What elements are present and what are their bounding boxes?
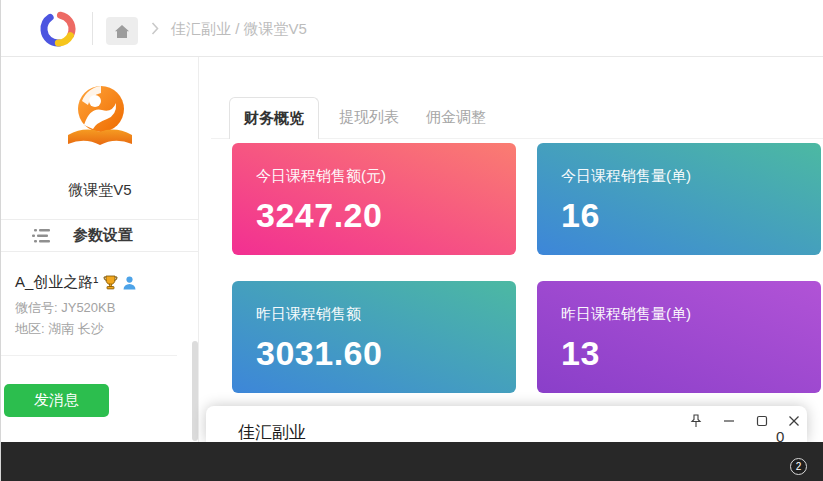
tab-finance-overview[interactable]: 财务概览 <box>229 97 319 139</box>
close-icon <box>788 415 800 427</box>
tab-withdraw-list[interactable]: 提现列表 <box>334 97 404 138</box>
notification-count-badge[interactable]: 2 <box>790 458 807 475</box>
pin-icon <box>689 414 703 428</box>
sidebar: 微课堂V5 参数设置 A_创业之路¹ <box>1 57 199 442</box>
close-button[interactable] <box>784 411 804 431</box>
home-icon <box>114 24 130 39</box>
tab-commission-adjust[interactable]: 佣金调整 <box>421 97 491 138</box>
sidebar-item-settings[interactable]: 参数设置 <box>1 219 199 252</box>
stat-card-value: 3031.60 <box>256 334 516 373</box>
stat-card-value: 13 <box>561 334 821 373</box>
overlay-window-title: 佳汇副业 <box>238 421 306 444</box>
stat-card-yesterday-orders: 昨日课程销售量(单) 13 <box>537 281 821 393</box>
stat-card-label: 昨日课程销售额 <box>256 305 516 324</box>
taskbar <box>1 442 823 481</box>
user-region: 地区: 湖南 长沙 <box>15 320 104 338</box>
maximize-icon <box>756 415 768 427</box>
trophy-icon <box>103 275 118 290</box>
person-icon[interactable] <box>123 276 136 290</box>
maximize-button[interactable] <box>752 411 772 431</box>
stat-card-label: 昨日课程销售量(单) <box>561 305 821 324</box>
stat-card-today-sales: 今日课程销售额(元) 3247.20 <box>232 143 516 255</box>
sidebar-scrollbar[interactable] <box>192 341 198 441</box>
pin-button[interactable] <box>686 411 706 431</box>
sidebar-app-name: 微课堂V5 <box>1 181 199 200</box>
breadcrumb-chevron-icon <box>151 21 159 39</box>
top-header: 佳汇副业 / 微课堂V5 <box>1 0 823 57</box>
app-logo-swirl-icon <box>36 7 80 51</box>
stat-card-value: 3247.20 <box>256 196 516 235</box>
org-logo-icon <box>60 81 140 161</box>
user-wechat-id: 微信号: JY520KB <box>15 299 115 317</box>
sidebar-divider <box>1 355 177 356</box>
breadcrumb: 佳汇副业 / 微课堂V5 <box>171 20 307 39</box>
send-message-button[interactable]: 发消息 <box>4 384 109 417</box>
stat-card-label: 今日课程销售额(元) <box>256 167 516 186</box>
list-settings-icon <box>32 228 52 244</box>
desktop-screen: 佳汇副业 / 微课堂V5 微课堂V5 <box>0 0 823 481</box>
home-button[interactable] <box>106 17 138 45</box>
user-name: A_创业之路¹ <box>15 273 136 292</box>
minimize-button[interactable] <box>719 411 739 431</box>
header-divider <box>92 12 93 45</box>
minimize-icon <box>723 415 735 427</box>
stat-card-yesterday-sales: 昨日课程销售额 3031.60 <box>232 281 516 393</box>
stat-card-value: 16 <box>561 196 821 235</box>
stat-card-label: 今日课程销售量(单) <box>561 167 821 186</box>
stat-card-today-orders: 今日课程销售量(单) 16 <box>537 143 821 255</box>
sidebar-item-label: 参数设置 <box>73 226 133 245</box>
overlay-window[interactable]: 佳汇副业 0 <box>206 406 807 442</box>
